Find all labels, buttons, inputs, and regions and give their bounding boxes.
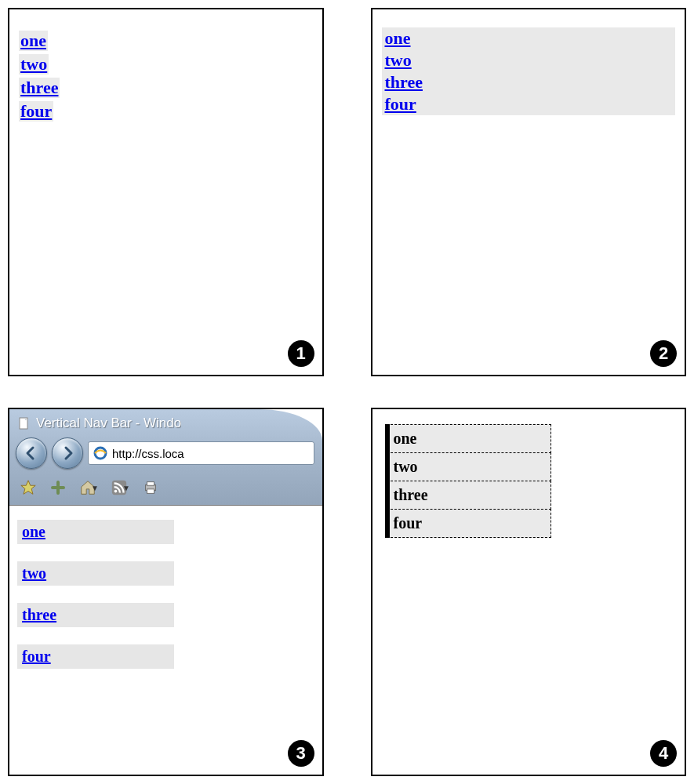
nav-link-two[interactable]: two (387, 452, 551, 481)
panel-number-badge: 4 (650, 740, 677, 767)
figure-grid: one two three four 1 one two three four … (0, 0, 694, 784)
browser-nav-row: http://css.loca (14, 436, 318, 475)
svg-point-3 (114, 490, 117, 493)
page-icon (17, 416, 31, 430)
nav-list-block: one two three four (372, 16, 685, 127)
panel-3: Vertical Nav Bar - Windo http://css.loca (8, 408, 324, 776)
nav-link-two[interactable]: two (382, 49, 676, 71)
svg-rect-5 (147, 482, 154, 486)
arrow-left-icon (24, 445, 39, 461)
dropdown-caret-icon[interactable]: ▼ (91, 484, 99, 492)
panel-1: one two three four 1 (8, 8, 324, 376)
ie-logo-icon (93, 446, 107, 460)
nav-link-three[interactable]: three (387, 481, 551, 510)
nav-link-four[interactable]: four (19, 101, 53, 122)
favorites-icon[interactable] (19, 478, 38, 497)
add-icon[interactable] (49, 478, 67, 497)
panel-number-badge: 1 (288, 340, 314, 367)
nav-link-one[interactable]: one (17, 520, 174, 544)
browser-toolbar: ▼ ▼ (14, 475, 318, 499)
forward-button[interactable] (52, 437, 83, 469)
panel-number-badge: 2 (650, 340, 677, 367)
svg-point-1 (95, 448, 106, 459)
nav-link-two[interactable]: two (17, 561, 174, 586)
nav-link-three[interactable]: three (382, 71, 676, 93)
nav-list-inline: one two three four (9, 17, 322, 135)
nav-link-two[interactable]: two (19, 54, 49, 74)
browser-titlebar: Vertical Nav Bar - Windo (14, 414, 318, 436)
browser-chrome: Vertical Nav Bar - Windo http://css.loca (9, 409, 322, 506)
print-icon[interactable] (141, 478, 160, 497)
nav-list-fixed-width: one two three four (9, 506, 322, 700)
address-url: http://css.loca (112, 447, 184, 460)
nav-link-four[interactable]: four (382, 93, 676, 115)
back-button[interactable] (16, 437, 47, 469)
panel-2: one two three four 2 (371, 8, 687, 376)
nav-link-four[interactable]: four (387, 509, 551, 538)
nav-link-one[interactable]: one (19, 31, 48, 51)
dropdown-caret-icon[interactable]: ▼ (122, 484, 130, 492)
nav-list-dashed: one two three four (387, 424, 551, 538)
window-title: Vertical Nav Bar - Windo (36, 416, 181, 431)
panel-number-badge: 3 (288, 740, 314, 767)
address-bar[interactable]: http://css.loca (88, 441, 314, 465)
svg-rect-6 (147, 489, 154, 494)
nav-link-three[interactable]: three (19, 78, 60, 98)
nav-link-one[interactable]: one (387, 424, 551, 453)
panel-4: one two three four 4 (371, 408, 687, 776)
arrow-right-icon (60, 445, 75, 461)
nav-link-three[interactable]: three (17, 603, 174, 627)
nav-link-one[interactable]: one (382, 27, 676, 49)
nav-link-four[interactable]: four (17, 644, 174, 669)
nav-accent-bar (385, 424, 390, 538)
